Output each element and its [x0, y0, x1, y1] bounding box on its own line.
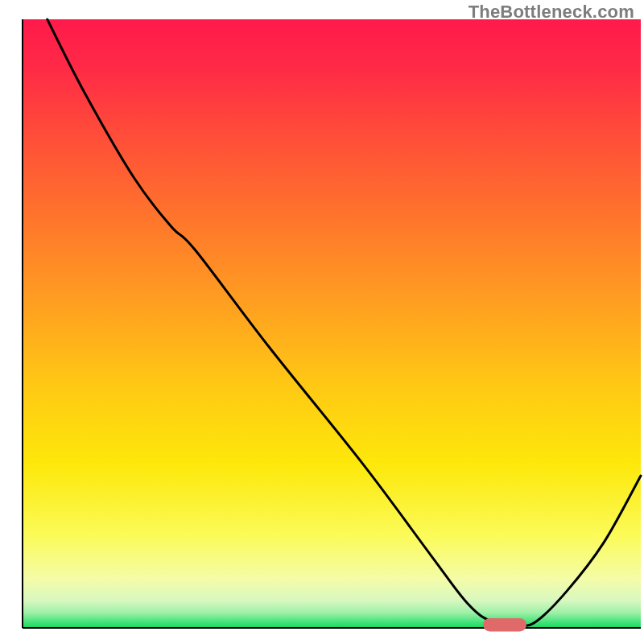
plot-background	[23, 19, 641, 628]
watermark-text: TheBottleneck.com	[469, 2, 634, 23]
bottleneck-chart	[0, 0, 644, 644]
chart-container: TheBottleneck.com	[0, 0, 644, 644]
optimal-marker	[483, 618, 526, 632]
